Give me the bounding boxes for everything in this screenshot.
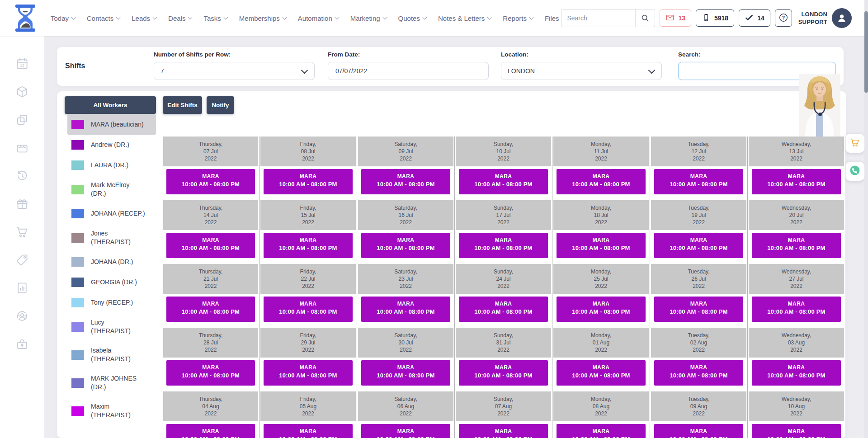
question-circle-icon: ? xyxy=(778,13,788,24)
global-search-input[interactable] xyxy=(561,14,635,22)
nav-item-memberships[interactable]: Memberships xyxy=(239,14,286,22)
search-icon[interactable] xyxy=(635,9,655,27)
shift-block[interactable]: MARA10:00 AM - 08:00 PM xyxy=(459,424,548,438)
mail-notifications-button[interactable]: 13 xyxy=(660,9,691,27)
worker-row[interactable]: JOHANA (DR.) xyxy=(67,252,156,272)
shift-block[interactable]: MARA10:00 AM - 08:00 PM xyxy=(654,233,743,258)
worker-row[interactable]: Mark McElroy(DR.) xyxy=(67,175,156,203)
shift-worker-name: MARA xyxy=(752,173,841,179)
worker-row[interactable]: LAURA (DR.) xyxy=(67,155,156,175)
worker-color-swatch xyxy=(71,378,84,388)
nav-item-deals[interactable]: Deals xyxy=(168,14,192,22)
scrollbar-thumb[interactable] xyxy=(864,11,868,93)
user-avatar[interactable] xyxy=(832,8,852,28)
nav-item-tasks[interactable]: Tasks xyxy=(203,14,227,22)
gift-icon[interactable] xyxy=(15,197,29,211)
shift-block[interactable]: MARA10:00 AM - 08:00 PM xyxy=(654,297,743,322)
edit-shifts-button[interactable]: Edit Shifts xyxy=(163,96,202,114)
shift-block[interactable]: MARA10:00 AM - 08:00 PM xyxy=(654,424,743,438)
shift-block[interactable]: MARA10:00 AM - 08:00 PM xyxy=(264,424,353,438)
shift-block[interactable]: MARA10:00 AM - 08:00 PM xyxy=(361,360,450,386)
calendar-12-icon[interactable]: 12 xyxy=(15,57,29,71)
location-select[interactable]: LONDON xyxy=(501,62,662,80)
nav-item-quotes[interactable]: Quotes xyxy=(398,14,426,22)
shift-block[interactable]: MARA10:00 AM - 08:00 PM xyxy=(361,424,450,438)
shift-block[interactable]: MARA10:00 AM - 08:00 PM xyxy=(166,233,255,258)
nav-item-files[interactable]: Files xyxy=(545,14,559,22)
report-icon[interactable] xyxy=(15,281,29,295)
worker-row[interactable]: Tony (RECEP.) xyxy=(67,292,156,313)
shift-block[interactable]: MARA10:00 AM - 08:00 PM xyxy=(459,297,548,322)
case-lock-icon[interactable] xyxy=(15,337,29,351)
shift-block[interactable]: MARA10:00 AM - 08:00 PM xyxy=(361,233,450,258)
from-date-input[interactable] xyxy=(335,67,482,75)
all-workers-button[interactable]: All Workers xyxy=(65,96,156,114)
shift-block[interactable]: MARA10:00 AM - 08:00 PM xyxy=(166,424,255,438)
price-tag-icon[interactable] xyxy=(15,253,29,267)
day-column: Wednesday,10 Aug2022MARA10:00 AM - 08:00… xyxy=(748,391,845,438)
shift-block[interactable]: MARA10:00 AM - 08:00 PM xyxy=(557,297,646,322)
shift-block[interactable]: MARA10:00 AM - 08:00 PM xyxy=(557,169,646,194)
nav-item-label: Contacts xyxy=(87,14,113,22)
tasks-done-button[interactable]: 14 xyxy=(739,9,770,27)
shift-block[interactable]: MARA10:00 AM - 08:00 PM xyxy=(557,233,646,258)
nav-item-reports[interactable]: Reports xyxy=(503,14,533,22)
day-year: 2022 xyxy=(358,283,453,290)
notify-button[interactable]: Notify xyxy=(207,96,234,114)
history-icon[interactable] xyxy=(15,169,29,183)
worker-row[interactable]: JOHANA (RECEP.) xyxy=(67,203,156,224)
worker-row[interactable]: Jones(THERAPIST) xyxy=(67,224,156,252)
nav-item-marketing[interactable]: Marketing xyxy=(350,14,387,22)
shift-block[interactable]: MARA10:00 AM - 08:00 PM xyxy=(166,169,255,194)
shift-block[interactable]: MARA10:00 AM - 08:00 PM xyxy=(752,424,841,438)
day-header: Wednesday,13 Jul2022 xyxy=(749,137,844,166)
copy-icon[interactable] xyxy=(15,113,29,127)
worker-row[interactable]: Lucy(THERAPIST) xyxy=(67,313,156,341)
nav-item-notes-letters[interactable]: Notes & Letters xyxy=(438,14,491,22)
shift-block[interactable]: MARA10:00 AM - 08:00 PM xyxy=(752,297,841,322)
shift-block[interactable]: MARA10:00 AM - 08:00 PM xyxy=(166,297,255,322)
shift-worker-name: MARA xyxy=(557,301,646,307)
worker-row[interactable]: MARA (beautician) xyxy=(67,114,156,135)
help-button[interactable]: ? xyxy=(775,9,792,27)
cash-register-icon[interactable] xyxy=(15,141,29,155)
worker-row[interactable]: MARK JOHNES(DR.) xyxy=(67,369,156,397)
shift-block[interactable]: MARA10:00 AM - 08:00 PM xyxy=(459,360,548,386)
shift-block[interactable]: MARA10:00 AM - 08:00 PM xyxy=(752,360,841,386)
shift-block[interactable]: MARA10:00 AM - 08:00 PM xyxy=(752,169,841,194)
cart-icon[interactable] xyxy=(15,225,29,239)
shift-block[interactable]: MARA10:00 AM - 08:00 PM xyxy=(557,424,646,438)
shift-block[interactable]: MARA10:00 AM - 08:00 PM xyxy=(752,233,841,258)
worker-row[interactable]: Maxim(THERAPIST) xyxy=(67,397,156,425)
worker-row[interactable]: Isabela(THERAPIST) xyxy=(67,341,156,369)
shift-block[interactable]: MARA10:00 AM - 08:00 PM xyxy=(264,360,353,386)
shift-block[interactable]: MARA10:00 AM - 08:00 PM xyxy=(166,360,255,386)
shift-block[interactable]: MARA10:00 AM - 08:00 PM xyxy=(264,169,353,194)
shift-block[interactable]: MARA10:00 AM - 08:00 PM xyxy=(361,297,450,322)
customer-icon[interactable] xyxy=(15,309,29,323)
shift-block[interactable]: MARA10:00 AM - 08:00 PM xyxy=(654,169,743,194)
nav-item-contacts[interactable]: Contacts xyxy=(87,14,120,22)
worker-list: MARA (beautician)Andrew (DR.)LAURA (DR.)… xyxy=(67,114,156,425)
shift-block[interactable]: MARA10:00 AM - 08:00 PM xyxy=(361,169,450,194)
day-weekday: Wednesday, xyxy=(749,268,844,275)
package-icon[interactable] xyxy=(15,85,29,99)
shift-block[interactable]: MARA10:00 AM - 08:00 PM xyxy=(459,233,548,258)
shift-block[interactable]: MARA10:00 AM - 08:00 PM xyxy=(264,297,353,322)
phone-fab-button[interactable] xyxy=(845,162,864,181)
shift-block[interactable]: MARA10:00 AM - 08:00 PM xyxy=(264,233,353,258)
phone-calls-button[interactable]: 5918 xyxy=(696,9,734,27)
shift-block[interactable]: MARA10:00 AM - 08:00 PM xyxy=(654,360,743,386)
app-logo-hourglass-icon[interactable] xyxy=(14,4,37,32)
shift-worker-name: MARA xyxy=(752,428,841,434)
shift-block[interactable]: MARA10:00 AM - 08:00 PM xyxy=(459,169,548,194)
shift-time-range: 10:00 AM - 08:00 PM xyxy=(752,436,841,438)
nav-item-today[interactable]: Today xyxy=(51,14,75,22)
nav-item-automation[interactable]: Automation xyxy=(298,14,339,22)
shift-block[interactable]: MARA10:00 AM - 08:00 PM xyxy=(557,360,646,386)
worker-row[interactable]: Andrew (DR.) xyxy=(67,135,156,155)
worker-row[interactable]: GEORGIA (DR.) xyxy=(67,272,156,292)
nav-item-leads[interactable]: Leads xyxy=(132,14,156,22)
shifts-per-row-select[interactable]: 7 xyxy=(154,62,315,80)
cart-fab-button[interactable] xyxy=(845,134,864,153)
